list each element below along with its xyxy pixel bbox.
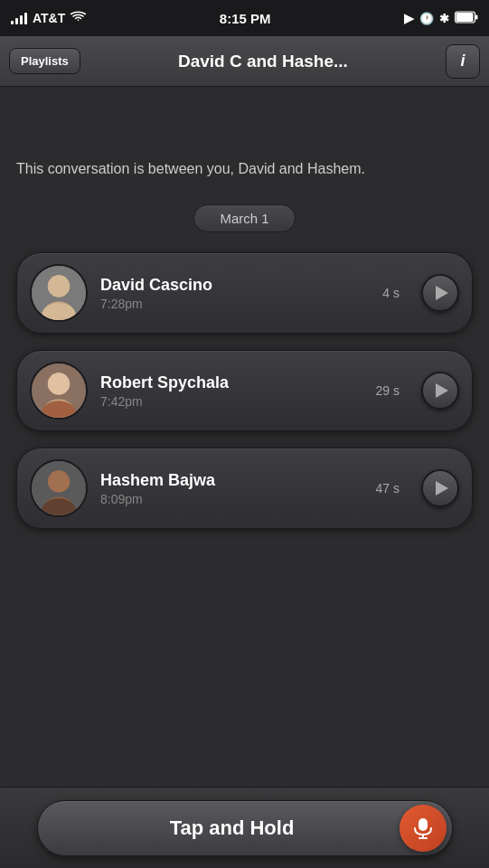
- status-right: ▶ 🕐 ✱: [404, 11, 478, 26]
- play-button[interactable]: [421, 274, 459, 312]
- info-icon: i: [460, 52, 465, 71]
- play-button[interactable]: [421, 372, 459, 410]
- back-button[interactable]: Playlists: [9, 48, 80, 74]
- svg-point-16: [48, 471, 70, 493]
- play-button[interactable]: [421, 469, 459, 507]
- bluetooth-icon: ✱: [439, 12, 449, 25]
- play-icon: [436, 481, 448, 495]
- message-name: David Cascino: [100, 276, 370, 295]
- svg-rect-2: [456, 13, 474, 22]
- signal-icon: [11, 12, 27, 24]
- message-item: Robert Spychala 7:42pm 29 s: [16, 350, 473, 431]
- intro-text: This conversation is between you, David …: [16, 159, 473, 179]
- svg-point-11: [48, 373, 70, 395]
- location-icon: ▶: [404, 11, 414, 25]
- avatar: [30, 362, 88, 420]
- status-time: 8:15 PM: [220, 11, 271, 26]
- message-item: David Cascino 7:28pm 4 s: [16, 252, 473, 334]
- wifi-icon: [71, 11, 86, 25]
- battery-icon: [455, 11, 478, 26]
- date-label: March 1: [193, 204, 295, 232]
- svg-rect-1: [475, 14, 478, 19]
- messages-list: David Cascino 7:28pm 4 s Robert Spychala…: [16, 252, 473, 529]
- play-icon: [436, 286, 448, 300]
- tap-hold-label: Tap and Hold: [38, 816, 400, 840]
- clock-icon: 🕐: [419, 12, 434, 25]
- svg-point-6: [48, 276, 70, 297]
- message-name: Robert Spychala: [100, 373, 363, 392]
- message-duration: 29 s: [376, 383, 400, 398]
- play-icon: [436, 383, 448, 398]
- carrier-label: AT&T: [33, 11, 65, 25]
- message-info: Robert Spychala 7:42pm: [100, 373, 363, 409]
- nav-bar: Playlists David C and Hashe... i: [0, 36, 489, 87]
- message-time: 7:28pm: [100, 297, 370, 311]
- message-name: Hashem Bajwa: [100, 471, 363, 490]
- avatar: [30, 459, 88, 517]
- message-info: David Cascino 7:28pm: [100, 276, 370, 311]
- bottom-bar: Tap and Hold: [0, 787, 489, 868]
- message-item: Hashem Bajwa 8:09pm 47 s: [16, 448, 473, 529]
- message-time: 7:42pm: [100, 394, 363, 409]
- date-badge: March 1: [16, 204, 473, 232]
- message-info: Hashem Bajwa 8:09pm: [100, 471, 363, 506]
- svg-rect-18: [418, 818, 428, 831]
- message-duration: 47 s: [376, 481, 400, 495]
- tap-hold-button[interactable]: Tap and Hold: [37, 800, 453, 856]
- message-duration: 4 s: [382, 286, 400, 300]
- avatar: [30, 264, 88, 322]
- mic-icon: [411, 816, 435, 840]
- main-content: This conversation is between you, David …: [0, 87, 489, 787]
- message-time: 8:09pm: [100, 492, 363, 506]
- status-left: AT&T: [11, 11, 86, 25]
- mic-button[interactable]: [400, 805, 447, 852]
- nav-title: David C and Hashe...: [88, 52, 438, 71]
- status-bar: AT&T 8:15 PM ▶ 🕐 ✱: [0, 0, 489, 36]
- info-button[interactable]: i: [446, 44, 480, 79]
